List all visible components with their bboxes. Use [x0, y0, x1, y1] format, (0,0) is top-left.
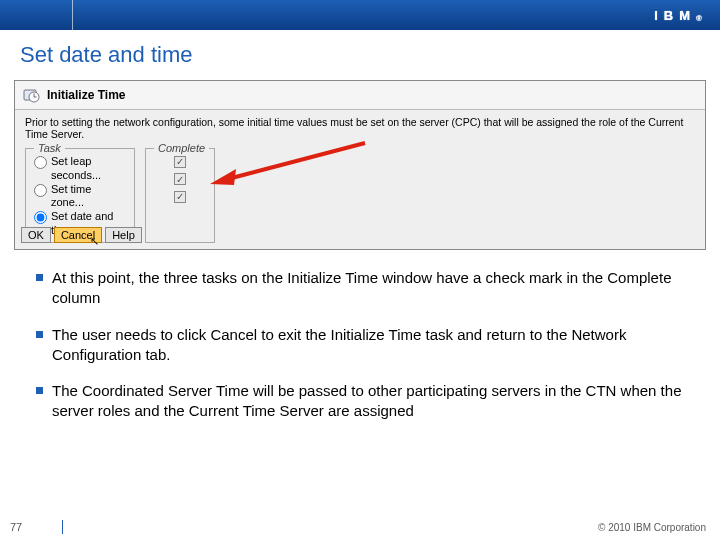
cancel-button[interactable]: Cancel ↖: [54, 227, 102, 243]
window-title: Initialize Time: [47, 88, 125, 102]
radio-time-zone[interactable]: [34, 184, 47, 197]
task-label: Set time zone...: [51, 183, 126, 211]
window-titlebar: Initialize Time: [15, 81, 705, 110]
cursor-icon: ↖: [90, 235, 99, 248]
complete-legend: Complete: [154, 142, 209, 154]
page-number: 77: [10, 521, 22, 533]
footer: 77 © 2010 IBM Corporation: [0, 514, 720, 540]
ibm-logo: IBM®: [654, 8, 702, 23]
radio-leap-seconds[interactable]: [34, 156, 47, 169]
check-icon: ✓: [174, 191, 186, 203]
registered-mark: ®: [696, 14, 702, 23]
top-banner: IBM®: [0, 0, 720, 30]
check-icon: ✓: [174, 173, 186, 185]
help-button[interactable]: Help: [105, 227, 142, 243]
task-legend: Task: [34, 142, 65, 154]
copyright: © 2010 IBM Corporation: [598, 522, 706, 533]
footer-left: 77: [10, 520, 63, 534]
task-set-leap-seconds[interactable]: Set leap seconds...: [34, 155, 126, 183]
window-buttons: OK Cancel ↖ Help: [21, 227, 142, 243]
page-title: Set date and time: [0, 30, 720, 76]
banner-divider: [72, 0, 73, 30]
initialize-time-window: Initialize Time Prior to setting the net…: [14, 80, 706, 250]
bullet-item: At this point, the three tasks on the In…: [36, 268, 684, 309]
bullet-item: The user needs to click Cancel to exit t…: [36, 325, 684, 366]
ibm-logo-text: IBM: [654, 8, 696, 23]
check-icon: ✓: [174, 156, 186, 168]
clock-icon: [21, 85, 41, 105]
window-description: Prior to setting the network configurati…: [25, 116, 695, 140]
bullet-item: The Coordinated Server Time will be pass…: [36, 381, 684, 422]
bullet-list: At this point, the three tasks on the In…: [0, 250, 720, 422]
complete-fieldset: Complete ✓ ✓ ✓: [145, 148, 215, 243]
radio-date-time[interactable]: [34, 211, 47, 224]
task-set-time-zone[interactable]: Set time zone...: [34, 183, 126, 211]
footer-divider: [62, 520, 63, 534]
ok-button[interactable]: OK: [21, 227, 51, 243]
task-label: Set leap seconds...: [51, 155, 126, 183]
